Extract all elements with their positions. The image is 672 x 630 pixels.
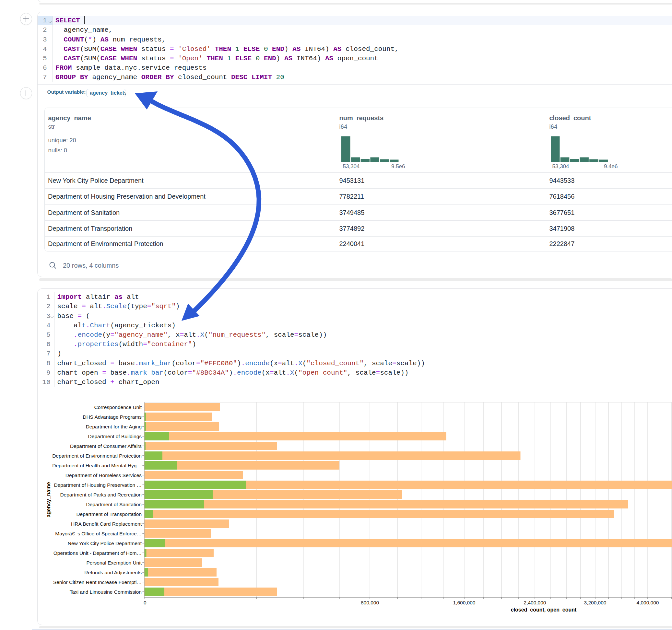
svg-text:closed_count, open_count: closed_count, open_count (511, 607, 577, 612)
svg-text:Taxi and Limousine Commission: Taxi and Limousine Commission (70, 589, 142, 595)
svg-text:Correspondence Unit: Correspondence Unit (94, 405, 142, 410)
svg-text:Personal Exemption Unit: Personal Exemption Unit (86, 560, 142, 565)
svg-text:Department of Parks and Recrea: Department of Parks and Recreation (60, 492, 142, 498)
svg-text:Department of Transportation: Department of Transportation (76, 511, 142, 517)
svg-text:Department for the Aging: Department for the Aging (86, 424, 142, 429)
svg-text:agency_name: agency_name (45, 482, 51, 517)
svg-text:4,000,000: 4,000,000 (637, 600, 659, 605)
svg-text:800,000: 800,000 (361, 600, 379, 605)
svg-text:3,200,000: 3,200,000 (584, 600, 606, 605)
svg-text:Department of Health and Menta: Department of Health and Mental Hyg… (52, 463, 142, 468)
svg-text:Department of Consumer Affairs: Department of Consumer Affairs (70, 443, 142, 449)
svg-text:Operations Unit - Department o: Operations Unit - Department of Hom… (53, 550, 142, 556)
svg-text:Department of Housing Preserva: Department of Housing Preservation … (54, 482, 142, 488)
svg-text:DHS Advantage Programs: DHS Advantage Programs (83, 414, 142, 420)
svg-text:2,400,000: 2,400,000 (524, 600, 546, 605)
svg-text:HRA Benefit Card Replacement: HRA Benefit Card Replacement (71, 521, 142, 527)
svg-text:Department of Buildings: Department of Buildings (88, 434, 142, 439)
svg-text:New York City Police Departmen: New York City Police Department (68, 540, 142, 546)
svg-text:0: 0 (144, 600, 146, 605)
svg-text:Department of Sanitation: Department of Sanitation (86, 502, 142, 507)
svg-text:Department of Homeless Service: Department of Homeless Services (66, 472, 142, 478)
svg-text:1,600,000: 1,600,000 (453, 600, 476, 605)
svg-text:Department of Environmental Pr: Department of Environmental Protection (52, 453, 142, 459)
svg-text:Senior Citizen Rent Increase E: Senior Citizen Rent Increase Exempti… (53, 579, 142, 585)
svg-text:Mayorâ€ s Office of Special E: Mayorâ€ s Office of Special Enforce… (55, 531, 142, 536)
svg-text:Refunds and Adjustments: Refunds and Adjustments (84, 570, 142, 575)
